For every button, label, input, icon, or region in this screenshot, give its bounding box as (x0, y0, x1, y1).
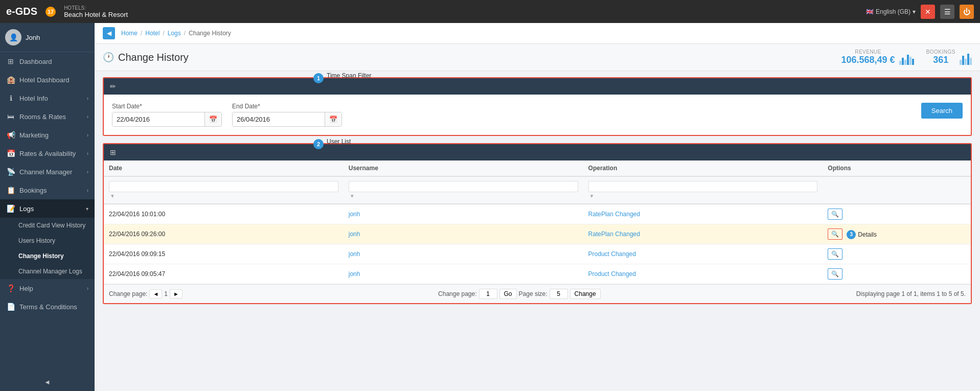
breadcrumb-logs[interactable]: Logs (168, 30, 181, 37)
menu-button[interactable]: ☰ (940, 5, 954, 19)
sidebar-item-bookings[interactable]: 📋 Bookings › (0, 181, 95, 199)
breadcrumb-hotel[interactable]: Hotel (145, 30, 159, 37)
sidebar-user: 👤 Jonh (0, 23, 95, 52)
operation-link[interactable]: RatePlan Changed (588, 231, 640, 238)
username-link[interactable]: jonh (349, 231, 360, 238)
calendar-icon[interactable]: 📅 (204, 112, 221, 126)
view-details-button[interactable]: 🔍 (828, 268, 842, 280)
sidebar-item-dashboard[interactable]: ⊞ Dashboard (0, 52, 95, 71)
sidebar-item-marketing[interactable]: 📢 Marketing › (0, 126, 95, 144)
language-selector[interactable]: 🇬🇧 English (GB) ▾ (866, 8, 916, 15)
cell-date: 22/04/2016 09:09:15 (104, 244, 344, 264)
callout-2-label: User List (327, 138, 351, 145)
sidebar-label-hotel-dashboard: Hotel Dashboard (19, 76, 70, 84)
bookings-value: 361 (926, 55, 955, 65)
next-page-button[interactable]: ► (170, 289, 183, 298)
view-details-button[interactable]: 🔍 (828, 248, 842, 260)
hotel-selector[interactable]: HOTELS: Beach Hotel & Resort (64, 5, 128, 18)
revenue-label: REVENUE (841, 49, 895, 55)
col-options: Options (823, 160, 971, 176)
table-row: 22/04/2016 09:09:15jonhProduct Changed🔍 (104, 244, 971, 264)
end-date-label: End Date* (232, 103, 342, 110)
sidebar-item-rates-availability[interactable]: 📅 Rates & Availability › (0, 144, 95, 163)
start-date-input[interactable] (112, 112, 204, 126)
sidebar-label-dashboard: Dashboard (19, 58, 52, 65)
page-number-input[interactable] (479, 289, 497, 299)
filter-panel-header: ✏ (104, 78, 971, 95)
operation-link[interactable]: RatePlan Changed (588, 211, 640, 218)
bookings-bar-5 (970, 58, 972, 65)
cell-operation: RatePlan Changed (583, 204, 823, 224)
cell-username: jonh (344, 224, 583, 244)
search-button[interactable]: Search (921, 103, 963, 119)
top-nav-left: e-GDS 17 HOTELS: Beach Hotel & Resort (6, 5, 128, 18)
filter-panel: 1 Time Span Filter ✏ Start Date* 📅 (103, 77, 972, 136)
notification-badge[interactable]: 17 (45, 7, 56, 17)
change-button[interactable]: Change (570, 289, 601, 299)
col-operation: Operation (583, 160, 823, 176)
logs-submenu: Credit Card View History Users History C… (0, 218, 95, 279)
breadcrumb-bar: ◀ Home / Hotel / Logs / Change History (95, 23, 980, 44)
revenue-value: 106.568,49 € (841, 55, 895, 65)
sidebar-collapse-button[interactable]: ◄ (0, 373, 95, 391)
revenue-bar-3 (904, 60, 906, 65)
sidebar-item-terms[interactable]: 📄 Terms & Conditions (0, 297, 95, 316)
table-row: 22/04/2016 09:26:00jonhRatePlan Changed🔍… (104, 224, 971, 244)
chevron-right-icon: › (87, 188, 88, 193)
view-details-button[interactable]: 🔍 (828, 209, 842, 220)
view-details-button[interactable]: 🔍 (828, 228, 842, 240)
hotel-info-icon: ℹ (6, 94, 15, 102)
breadcrumb-sep-3: / (184, 30, 186, 37)
bookings-bar-4 (967, 54, 969, 65)
sidebar-label-bookings: Bookings (19, 187, 47, 194)
sidebar-item-change-history[interactable]: Change History (0, 248, 95, 264)
username-link[interactable]: jonh (349, 250, 360, 258)
username-link[interactable]: jonh (349, 211, 360, 218)
channel-manager-icon: 📡 (6, 168, 15, 176)
sidebar-item-channel-manager-logs[interactable]: Channel Manager Logs (0, 264, 95, 279)
sidebar-item-credit-card-view-history[interactable]: Credit Card View History (0, 218, 95, 233)
sidebar-item-channel-manager[interactable]: 📡 Channel Manager › (0, 163, 95, 181)
current-page: 1 (164, 290, 168, 297)
username-filter-input[interactable] (349, 181, 578, 192)
callout-3-label: Details (858, 231, 877, 238)
cell-username: jonh (344, 264, 583, 284)
rates-availability-icon: 📅 (6, 149, 15, 157)
cell-date: 22/04/2016 10:01:00 (104, 204, 344, 224)
breadcrumb-home[interactable]: Home (121, 30, 138, 37)
breadcrumb-back-button[interactable]: ◀ (103, 27, 115, 39)
exit-button[interactable]: ⏻ (960, 5, 974, 19)
username-link[interactable]: jonh (349, 270, 360, 278)
page-size-input[interactable] (550, 289, 568, 299)
sidebar-item-rooms-rates[interactable]: 🛏 Rooms & Rates › (0, 107, 95, 126)
sidebar-item-users-history[interactable]: Users History (0, 233, 95, 248)
revenue-bar-5 (909, 57, 911, 65)
chevron-right-icon: › (87, 169, 88, 175)
content-scroll: 1 Time Span Filter ✏ Start Date* 📅 (95, 71, 980, 391)
sidebar-item-help[interactable]: ❓ Help › (0, 279, 95, 297)
table-panel: 2 User List ⊞ Date Username Operation (103, 143, 972, 304)
go-button[interactable]: Go (499, 289, 517, 299)
operation-link[interactable]: Product Changed (588, 270, 636, 278)
logs-icon: 📝 (6, 204, 15, 213)
start-date-group: Start Date* 📅 (112, 103, 222, 127)
prev-page-button[interactable]: ◄ (149, 289, 162, 298)
sidebar-item-hotel-info[interactable]: ℹ Hotel Info › (0, 89, 95, 107)
table-panel-header: ⊞ (104, 144, 971, 160)
sidebar-item-logs[interactable]: 📝 Logs ▾ (0, 199, 95, 218)
displaying-info: Displaying page 1 of 1, items 1 to 5 of … (856, 290, 966, 297)
sidebar-item-hotel-dashboard[interactable]: 🏨 Hotel Dashboard (0, 71, 95, 89)
change-history-table: Date Username Operation Options ▼ (104, 160, 971, 284)
sidebar-label-channel-manager: Channel Manager (19, 168, 72, 176)
operation-filter-input[interactable] (588, 181, 818, 192)
cell-username: jonh (344, 244, 583, 264)
calendar-icon-end[interactable]: 📅 (325, 112, 341, 126)
end-date-input[interactable] (233, 112, 325, 126)
sidebar-label-marketing: Marketing (19, 131, 49, 139)
date-filter-input[interactable] (109, 181, 338, 192)
end-date-group: End Date* 📅 (232, 103, 342, 127)
close-button[interactable]: ✕ (921, 5, 935, 19)
operation-link[interactable]: Product Changed (588, 250, 636, 258)
filter-panel-body: Start Date* 📅 End Date* 📅 (104, 95, 971, 135)
sidebar-label-terms: Terms & Conditions (19, 303, 77, 311)
